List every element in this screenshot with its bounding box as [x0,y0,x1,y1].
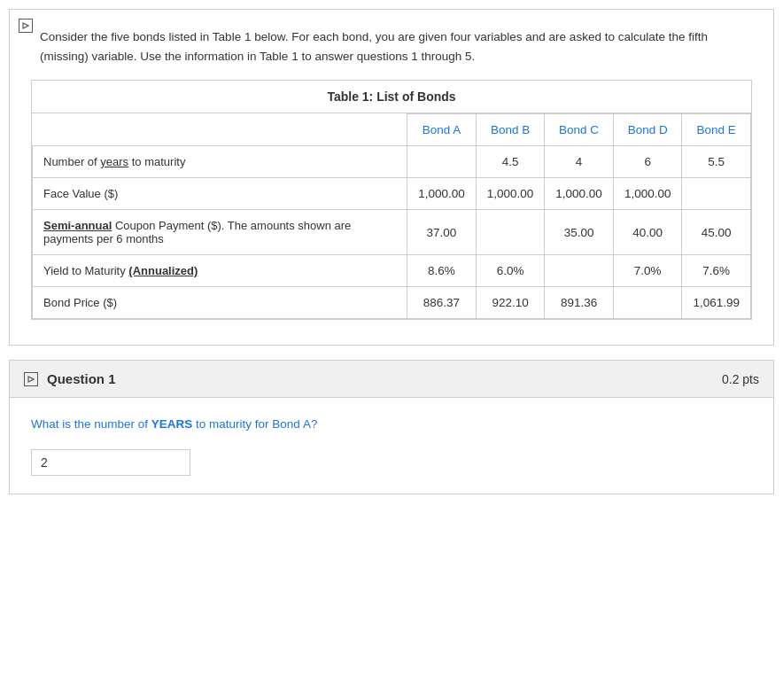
bond-b-header: Bond B [476,114,545,146]
ytm-label: Yield to Maturity (Annualized) [33,255,407,287]
table-row: Number of years to maturity 4.5 4 6 5.5 [33,146,751,178]
cell-e-years: 5.5 [682,146,751,178]
bond-a-header: Bond A [407,114,477,146]
cell-b-price: 922.10 [476,287,545,319]
question1-text-prefix: What is the number of [31,417,151,431]
question1-body: What is the number of YEARS to maturity … [10,398,773,494]
bonds-table: Bond A Bond B Bond C Bond D Bond E Numbe… [32,113,751,319]
cell-a-fv: 1,000.00 [407,178,477,210]
svg-marker-0 [23,23,28,28]
table-title: Table 1: List of Bonds [32,81,751,113]
cell-d-price [613,287,682,319]
coupon-label: Semi-annual Coupon Payment ($). The amou… [33,210,407,255]
top-section: Consider the five bonds listed in Table … [9,9,774,346]
bond-d-header: Bond D [613,114,682,146]
face-value-label: Face Value ($) [33,178,407,210]
question1-text: What is the number of YEARS to maturity … [31,416,752,433]
question1-answer-input[interactable] [31,449,190,476]
cell-d-coupon: 40.00 [613,210,682,255]
question1-title: Question 1 [47,371,116,386]
cell-b-ytm: 6.0% [476,255,545,287]
section-icon [19,19,33,33]
cell-c-ytm [545,255,614,287]
cell-a-coupon: 37.00 [407,210,477,255]
cell-c-fv: 1,000.00 [545,178,614,210]
question1-section: Question 1 0.2 pts What is the number of… [9,360,774,494]
question1-header: Question 1 0.2 pts [10,361,773,398]
cell-d-fv: 1,000.00 [613,178,682,210]
question-icon [24,372,38,386]
cell-c-years: 4 [545,146,614,178]
cell-b-years: 4.5 [476,146,545,178]
cell-e-coupon: 45.00 [682,210,751,255]
intro-text: Consider the five bonds listed in Table … [40,27,752,66]
cell-b-coupon [476,210,545,255]
cell-a-years [407,146,477,178]
question1-header-left: Question 1 [24,371,116,386]
cell-c-price: 891.36 [545,287,614,319]
table-row: Yield to Maturity (Annualized) 8.6% 6.0%… [33,255,751,287]
cell-e-ytm: 7.6% [682,255,751,287]
table-row: Semi-annual Coupon Payment ($). The amou… [33,210,751,255]
cell-b-fv: 1,000.00 [476,178,545,210]
question1-text-suffix: to maturity for Bond A? [192,417,317,431]
bonds-table-container: Table 1: List of Bonds Bond A Bond B Bon… [31,80,752,320]
bond-c-header: Bond C [545,114,614,146]
bond-price-label: Bond Price ($) [33,287,407,319]
table-row: Face Value ($) 1,000.00 1,000.00 1,000.0… [33,178,751,210]
question1-text-bold: YEARS [151,417,193,431]
cell-a-ytm: 8.6% [407,255,477,287]
cell-d-ytm: 7.0% [613,255,682,287]
cell-d-years: 6 [613,146,682,178]
svg-marker-1 [28,377,34,382]
bond-e-header: Bond E [682,114,751,146]
years-label: Number of years to maturity [33,146,407,178]
cell-e-fv [682,178,751,210]
cell-a-price: 886.37 [407,287,477,319]
cell-c-coupon: 35.00 [545,210,614,255]
cell-e-price: 1,061.99 [682,287,751,319]
table-row: Bond Price ($) 886.37 922.10 891.36 1,06… [33,287,751,319]
question1-pts: 0.2 pts [722,372,759,386]
